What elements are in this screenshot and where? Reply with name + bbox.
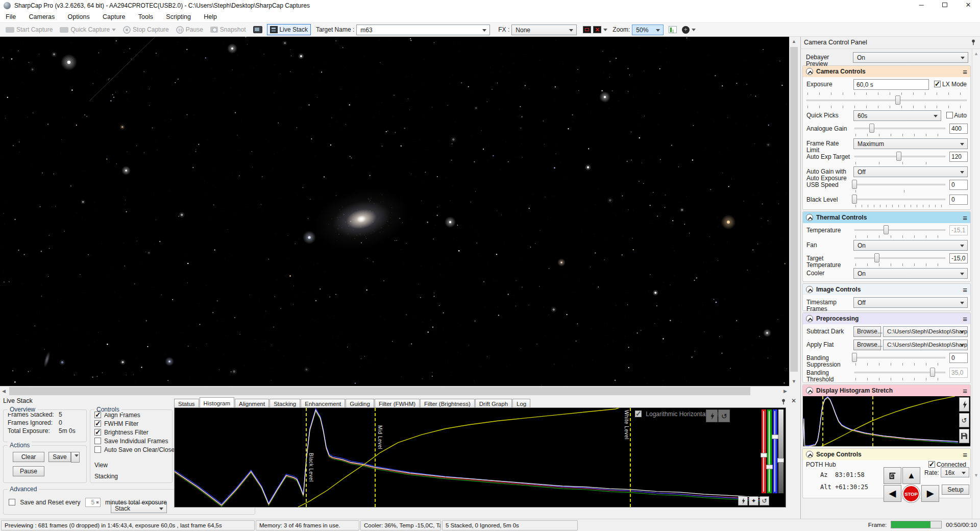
stretch-histogram[interactable]: ↺	[803, 396, 970, 446]
clear-button[interactable]: Clear	[13, 452, 44, 462]
stretch-black-level-line[interactable]	[822, 396, 823, 446]
pause-stack-button[interactable]: Pause	[13, 466, 44, 476]
pin-icon[interactable]	[780, 398, 787, 405]
collapse-icon[interactable]	[806, 214, 813, 221]
save-stretch-button[interactable]	[959, 429, 969, 443]
banding-suppression-value[interactable]: 0	[949, 353, 968, 363]
slew-left-button[interactable]: ◀	[884, 485, 901, 502]
frame-rate-select[interactable]: Maximum	[853, 138, 968, 149]
target-name-combo[interactable]: m63	[356, 25, 490, 35]
menu-help[interactable]: Help	[198, 11, 223, 23]
collapse-icon[interactable]	[806, 315, 813, 322]
auto-exp-target-value[interactable]: 120	[949, 152, 968, 162]
vertical-scrollbar[interactable]: ▲ ▼	[789, 37, 798, 386]
white-level-line[interactable]: White Level	[630, 408, 631, 507]
cooler-select[interactable]: On	[853, 268, 968, 279]
slider-thumb[interactable]	[852, 180, 857, 189]
slider-handle[interactable]	[772, 435, 778, 439]
scope-controls-header[interactable]: Scope Controls ≡	[803, 449, 970, 460]
exposure-slider[interactable]	[805, 95, 968, 105]
highlight-button[interactable]: ✦	[749, 496, 758, 505]
black-level-slider[interactable]	[853, 195, 946, 204]
tab-histogram[interactable]: Histogram	[200, 397, 234, 408]
fan-select[interactable]: On	[853, 240, 968, 251]
black-level-value[interactable]: 0	[949, 195, 968, 205]
chevron-down-icon[interactable]	[603, 29, 607, 33]
slider-thumb[interactable]	[896, 152, 901, 161]
debayer-preview-select[interactable]: On	[853, 52, 968, 63]
live-stack-button[interactable]: Live Stack	[267, 24, 311, 35]
fwhm-filter-check[interactable]: FWHM Filter	[90, 419, 172, 427]
subtract-dark-browse-button[interactable]: Browse...	[853, 326, 881, 337]
zoom-combo[interactable]: 50%	[632, 25, 664, 35]
brightness-filter-check[interactable]: Brightness Filter	[90, 427, 172, 436]
scroll-left-icon[interactable]: ◀	[2, 389, 6, 394]
slew-stop-button[interactable]: STOP	[902, 485, 920, 502]
tab-filter-fwhm[interactable]: Filter (FWHM)	[375, 399, 420, 408]
fx-combo[interactable]: None	[511, 25, 577, 35]
save-dropdown-button[interactable]	[71, 452, 80, 463]
red-level-slider[interactable]	[762, 409, 766, 493]
menu-tools[interactable]: Tools	[133, 11, 159, 23]
apply-flat-path-select[interactable]: C:\Users\Steph\Desktop\SharpC...	[883, 340, 968, 350]
histogram-display[interactable]: Black Level Mid Level White Level Logari…	[174, 407, 786, 508]
auto-stretch-button[interactable]	[959, 397, 969, 412]
mid-level-line[interactable]: Mid Level	[375, 408, 376, 507]
menu-cameras[interactable]: Cameras	[23, 11, 61, 23]
collapse-icon[interactable]	[806, 387, 813, 394]
slider-thumb[interactable]	[874, 253, 879, 262]
log-axis-checkbox[interactable]	[635, 411, 642, 417]
save-button[interactable]: Save	[48, 452, 71, 462]
reticle-overlay-icon[interactable]: ✕	[593, 26, 601, 33]
checkbox[interactable]	[94, 420, 101, 427]
checkbox[interactable]	[94, 438, 101, 444]
section-menu-icon[interactable]: ≡	[963, 387, 967, 395]
auto-gain-select[interactable]: Off	[853, 166, 968, 177]
stop-capture-button[interactable]: Stop Capture	[120, 24, 172, 35]
connected-checkbox[interactable]	[928, 461, 935, 468]
zoom-tool-icon[interactable]	[682, 26, 690, 34]
slider-thumb[interactable]	[852, 353, 857, 362]
pause-button[interactable]: Pause	[174, 24, 206, 35]
scroll-down-icon[interactable]: ▼	[974, 473, 978, 478]
target-temperature-slider[interactable]	[853, 253, 946, 263]
minutes-spinner[interactable]: 5	[85, 498, 101, 507]
collapse-icon[interactable]	[806, 451, 813, 458]
exposure-input[interactable]: 60,0 s	[853, 79, 929, 90]
tab-alignment[interactable]: Alignment	[235, 399, 269, 408]
horizontal-scrollbar[interactable]: ◀ ▶	[0, 386, 789, 395]
close-icon[interactable]: ✕	[791, 397, 796, 404]
checkbox[interactable]	[94, 446, 101, 453]
section-menu-icon[interactable]: ≡	[963, 315, 967, 323]
save-reset-control[interactable]: Save and Reset every 5 minutes total exp…	[9, 498, 167, 507]
auto-save-check[interactable]: Auto Save on Clear/Close	[90, 445, 172, 453]
slider-thumb[interactable]	[852, 195, 857, 204]
slew-up-button[interactable]: ▲	[902, 467, 920, 484]
spiral-search-button[interactable]	[884, 467, 901, 484]
reset-stretch-button[interactable]: ↺	[959, 413, 969, 427]
collapse-icon[interactable]	[806, 286, 813, 293]
slider-thumb[interactable]	[895, 95, 900, 105]
tab-enhancement[interactable]: Enhancement	[301, 399, 345, 408]
auto-stretch-small-button[interactable]	[738, 496, 748, 505]
stretch-mid-level-line[interactable]	[872, 396, 873, 446]
banding-suppression-slider[interactable]	[853, 353, 946, 363]
slider-thumb[interactable]	[869, 124, 874, 133]
menu-scripting[interactable]: Scripting	[160, 11, 197, 23]
minimize-button[interactable]: ─	[910, 0, 933, 11]
vertical-scroll-thumb[interactable]	[790, 47, 798, 372]
subtract-dark-path-select[interactable]: C:\Users\Steph\Desktop\SharpC...	[883, 326, 968, 337]
tab-guiding[interactable]: Guiding	[346, 399, 374, 408]
auto-checkbox[interactable]	[946, 112, 953, 118]
close-button[interactable]: ✕	[957, 0, 980, 11]
maximize-button[interactable]	[933, 0, 957, 11]
section-menu-icon[interactable]: ≡	[963, 450, 967, 459]
scroll-up-icon[interactable]: ▲	[974, 51, 978, 56]
reset-small-button[interactable]: ↺	[760, 496, 769, 505]
horizontal-scroll-thumb[interactable]	[9, 387, 750, 395]
auto-stretch-button[interactable]	[706, 409, 718, 422]
display-histogram-stretch-header[interactable]: Display Histogram Stretch ≡	[803, 385, 970, 396]
menu-capture[interactable]: Capture	[97, 11, 131, 23]
histogram-toolbar-icon[interactable]	[669, 26, 677, 33]
chevron-down-icon[interactable]	[692, 29, 696, 33]
